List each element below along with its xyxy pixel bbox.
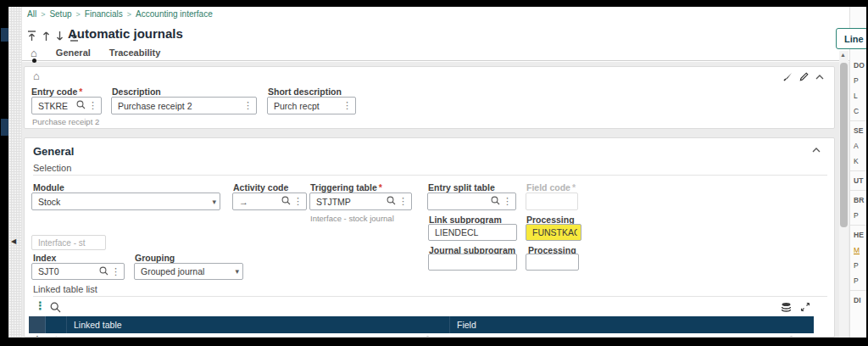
layers-icon[interactable] [781,300,792,315]
goto-arrow-icon[interactable]: → [239,197,248,207]
nav-up-icon[interactable] [42,31,50,42]
search-icon[interactable] [99,266,108,277]
field-code-field [526,193,578,210]
right-panel-item[interactable]: L [850,88,866,103]
tab-general[interactable]: General [56,47,91,58]
interface-field[interactable]: Interface - st [31,235,106,250]
chevron-down-icon[interactable]: ▾ [212,198,216,206]
right-panel-item[interactable]: P [850,73,866,88]
triggering-table-label: Triggering table* [310,182,382,193]
entry-code-helper: Purchase receipt 2 [32,117,99,126]
grouping-select[interactable]: Grouped journal ▾ [134,263,243,280]
breadcrumb-financials[interactable]: Financials [85,9,123,19]
column-header-linked-table[interactable]: Linked table [67,316,450,333]
panel-action-icons [783,72,824,81]
breadcrumb-setup[interactable]: Setup [49,9,71,19]
grid-select-all-cell[interactable] [29,316,46,333]
record-header-panel: ⌂ Entry code* Description Short descript… [24,66,835,129]
link-processing-value: FUNSTKACC [532,227,577,237]
pencil-icon[interactable] [799,72,809,81]
kebab-icon[interactable]: ⋮ [503,197,512,206]
index-label: Index [33,253,56,263]
divider [850,120,866,121]
divider [850,190,866,191]
right-panel-section: DO [850,58,866,73]
collapse-panel-icon[interactable] [815,75,824,80]
right-panel-item[interactable]: A [850,138,866,153]
grouping-value: Grouped journal [141,266,232,276]
left-gutter [8,7,22,338]
letterbox-left [0,0,8,346]
breadcrumb-accounting-interface[interactable]: Accounting interface [136,9,213,19]
kebab-icon[interactable]: ⋮ [293,197,303,206]
right-panel-item[interactable]: P [850,258,866,273]
scrollbar-thumb[interactable] [840,63,848,227]
search-icon[interactable] [76,100,86,111]
required-marker: * [79,86,82,97]
right-panel-item[interactable]: M [850,243,866,258]
nav-first-icon[interactable] [27,31,36,42]
field-code-label: Field code* [526,182,576,193]
right-panel-item[interactable]: P [850,208,866,223]
entry-code-value: STKRE [38,101,74,111]
nav-down-icon[interactable] [56,31,64,42]
module-select[interactable]: Stock ▾ [31,193,220,210]
right-panel-item[interactable]: K [850,153,866,169]
pen-icon[interactable] [783,72,793,81]
right-panel-section: UT [850,173,866,188]
search-icon[interactable] [281,196,291,207]
triggering-table-helper: Interface - stock journal [310,214,394,223]
right-panel-section: HE [850,227,866,243]
left-dock-tab[interactable] [1,28,8,42]
kebab-icon[interactable]: ⋮ [342,101,352,110]
short-description-label: Short description [268,86,342,97]
general-collapse [812,148,821,153]
tab-traceability[interactable]: Traceability [109,47,161,58]
grid-rowmenu-cell [46,316,67,333]
right-panel-item[interactable]: C [850,103,866,119]
expand-icon[interactable] [800,300,810,315]
breadcrumb: All > Setup > Financials > Accounting in… [27,9,213,19]
grouping-label: Grouping [135,253,175,263]
breadcrumb-separator: > [41,10,45,19]
entry-code-field[interactable]: STKRE ⋮ [31,97,102,114]
chevron-down-icon[interactable]: ▾ [235,267,239,276]
linked-table-list-title: Linked table list [33,284,97,294]
grid-menu-kebab-icon[interactable]: ⋮ [35,299,46,312]
short-description-field[interactable]: Purch recpt ⋮ [267,97,356,114]
kebab-icon[interactable]: ⋮ [88,101,97,110]
link-processing-field[interactable]: FUNSTKACC [526,224,581,241]
search-icon[interactable] [491,196,500,207]
breadcrumb-all[interactable]: All [27,9,36,19]
grid-toolbar-right [781,300,810,315]
general-section-title: General [33,145,74,158]
link-subprogram-field[interactable]: LIENDECL [428,224,517,241]
link-subprogram-value: LIENDECL [435,227,513,237]
description-field[interactable]: Purchase receipt 2 ⋮ [111,97,257,114]
kebab-icon[interactable]: ⋮ [111,267,120,276]
journal-processing-field[interactable] [526,254,579,271]
triggering-table-field[interactable]: STJTMP ⋮ [309,193,412,210]
journal-subprogram-field[interactable] [428,254,517,271]
collapse-panel-icon[interactable] [812,148,821,153]
collapse-left-icon[interactable]: ◀ [11,237,16,245]
grid-search-icon[interactable] [50,301,61,316]
entry-split-table-field[interactable]: ⋮ [427,193,516,210]
right-panel-item[interactable]: P [850,273,866,288]
column-header-field[interactable]: Field [450,316,814,333]
line-button[interactable]: Line [836,28,868,49]
index-field[interactable]: SJT0 ⋮ [31,263,125,280]
kebab-icon[interactable]: ⋮ [398,197,408,206]
divider [33,175,827,176]
scroll-up-icon[interactable]: ▲ [840,52,846,58]
entry-split-table-label: Entry split table [428,182,495,193]
search-icon[interactable] [387,196,396,207]
tab-home-icon[interactable]: ⌂ [31,47,37,59]
left-dock-tab[interactable] [1,119,8,136]
breadcrumb-separator: > [76,10,81,19]
activity-code-label: Activity code [233,182,288,193]
divider [850,170,866,171]
description-label: Description [112,86,161,97]
activity-code-field[interactable]: → ⋮ [232,193,307,210]
kebab-icon[interactable]: ⋮ [243,101,253,110]
